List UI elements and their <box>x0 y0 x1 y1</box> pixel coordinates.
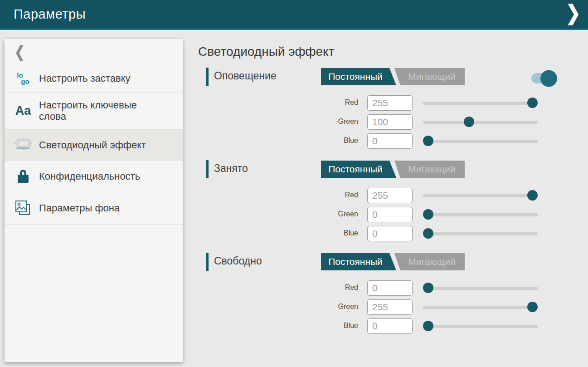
keywords-aa-icon: Aa <box>13 104 34 118</box>
busy-blue-input[interactable] <box>367 226 413 241</box>
free-red-slider[interactable] <box>423 283 538 294</box>
free-mode-solid-button[interactable]: Постоянный <box>321 253 396 270</box>
busy-blue-slider[interactable] <box>423 228 538 239</box>
slider-thumb[interactable] <box>527 190 538 201</box>
blue-label: Blue <box>197 322 358 330</box>
section-busy: Занято Постоянный Мигающий Red Green <box>197 160 561 241</box>
rgb-row: Green <box>197 207 561 222</box>
slider-track <box>423 102 538 105</box>
sidebar-item-label: Настроить заставку <box>39 73 131 84</box>
page-heading: Светодиодный эффект <box>198 44 561 59</box>
rgb-row: Blue <box>197 226 561 241</box>
sidebar-nav: logo Настроить заставку Aa Настроить клю… <box>5 65 183 225</box>
busy-red-slider[interactable] <box>423 190 538 201</box>
notification-mode-toggle: Постоянный Мигающий <box>321 68 465 85</box>
switch-knob <box>540 70 557 87</box>
notification-mode-solid-button[interactable]: Постоянный <box>321 68 396 85</box>
busy-mode-blinking-button[interactable]: Мигающий <box>394 161 465 178</box>
free-blue-input[interactable] <box>367 318 413 334</box>
blue-label: Blue <box>197 229 358 237</box>
slider-thumb[interactable] <box>464 117 474 127</box>
notification-red-input[interactable] <box>367 95 413 111</box>
sidebar: ❮ logo Настроить заставку Aa Настроить к… <box>5 39 183 362</box>
notification-green-input[interactable] <box>367 114 413 130</box>
notification-led-switch[interactable] <box>531 73 556 83</box>
green-label: Green <box>197 210 358 218</box>
slider-thumb[interactable] <box>527 98 538 108</box>
sidebar-item-label: Параметры фона <box>39 202 120 214</box>
free-blue-slider[interactable] <box>423 321 538 332</box>
busy-green-input[interactable] <box>367 207 413 222</box>
back-chevron-icon: ❮ <box>15 43 25 61</box>
logo-text-icon: logo <box>13 72 34 85</box>
slider-track <box>423 140 538 143</box>
page-title: Параметры <box>14 7 86 22</box>
busy-green-slider[interactable] <box>423 209 538 220</box>
rgb-row: Red <box>197 188 561 203</box>
slider-thumb[interactable] <box>423 136 433 146</box>
slider-track <box>423 232 538 235</box>
lock-icon <box>13 168 34 185</box>
slider-thumb[interactable] <box>423 321 433 331</box>
free-mode-toggle: Постоянный Мигающий <box>321 253 465 270</box>
red-label: Red <box>197 284 358 292</box>
sidebar-back-button[interactable]: ❮ <box>5 39 183 65</box>
app-header: Параметры ❯ <box>0 0 588 30</box>
notification-blue-input[interactable] <box>367 133 413 149</box>
accent-bar <box>206 160 209 178</box>
section-title: Занято <box>214 162 248 175</box>
sidebar-item-label: Светодиодный эффект <box>39 139 146 151</box>
notification-green-slider[interactable] <box>423 117 538 127</box>
sidebar-item-screensaver[interactable]: logo Настроить заставку <box>5 65 183 93</box>
main-content: Светодиодный эффект Оповещение Постоянны… <box>197 39 561 345</box>
sidebar-item-background[interactable]: Параметры фона <box>5 192 183 225</box>
sidebar-item-keywords[interactable]: Aa Настроить ключевые слова <box>5 93 183 130</box>
free-mode-blinking-button[interactable]: Мигающий <box>394 253 465 270</box>
section-title: Свободно <box>214 255 262 267</box>
notification-blue-slider[interactable] <box>423 136 538 147</box>
led-monitor-icon <box>13 137 34 154</box>
notification-mode-blinking-button[interactable]: Мигающий <box>394 68 465 85</box>
slider-thumb[interactable] <box>423 209 433 220</box>
forward-chevron-icon[interactable]: ❯ <box>565 2 581 23</box>
free-green-slider[interactable] <box>423 302 538 313</box>
rgb-row: Green <box>197 299 561 315</box>
blue-label: Blue <box>197 137 358 145</box>
section-notification: Оповещение Постоянный Мигающий Red Green <box>197 67 561 149</box>
busy-red-input[interactable] <box>367 188 413 203</box>
sidebar-item-label: Настроить ключевые слова <box>39 99 156 123</box>
free-green-input[interactable] <box>367 299 413 315</box>
slider-thumb[interactable] <box>527 302 538 312</box>
slider-track <box>423 306 538 309</box>
red-label: Red <box>197 191 358 199</box>
free-red-input[interactable] <box>367 280 413 296</box>
background-images-icon <box>13 199 34 217</box>
green-label: Green <box>197 303 358 311</box>
sidebar-item-privacy[interactable]: Конфиденциальность <box>5 161 183 192</box>
slider-thumb[interactable] <box>423 283 433 293</box>
slider-track <box>423 121 538 124</box>
slider-track <box>423 325 538 328</box>
rgb-row: Blue <box>197 133 561 149</box>
rgb-row: Red <box>197 280 561 296</box>
section-free: Свободно Постоянный Мигающий Red Green <box>197 252 561 334</box>
rgb-row: Blue <box>197 318 561 334</box>
section-title: Оповещение <box>214 70 277 82</box>
sidebar-item-led-effect[interactable]: Светодиодный эффект <box>5 130 183 161</box>
slider-thumb[interactable] <box>423 228 433 239</box>
accent-bar <box>206 68 209 86</box>
accent-bar <box>206 253 209 271</box>
slider-track <box>423 213 538 216</box>
notification-red-slider[interactable] <box>423 98 538 108</box>
rgb-row: Red <box>197 95 561 111</box>
slider-track <box>423 287 538 290</box>
slider-track <box>423 194 538 197</box>
sidebar-item-label: Конфиденциальность <box>39 171 140 182</box>
busy-mode-solid-button[interactable]: Постоянный <box>321 161 396 178</box>
busy-mode-toggle: Постоянный Мигающий <box>321 161 465 178</box>
green-label: Green <box>197 117 358 126</box>
red-label: Red <box>197 98 358 107</box>
rgb-row: Green <box>197 114 561 130</box>
